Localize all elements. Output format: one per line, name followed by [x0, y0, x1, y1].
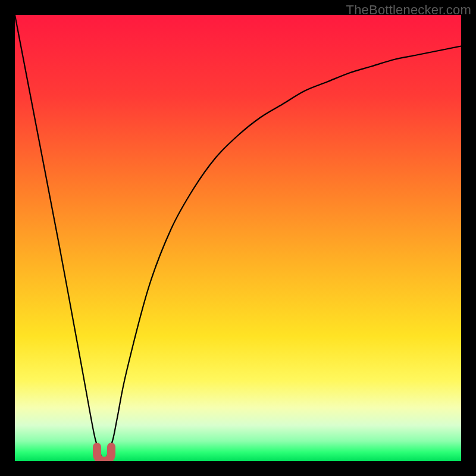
plot-area [15, 15, 461, 461]
optimal-marker [97, 447, 111, 461]
chart-frame: TheBottlenecker.com [0, 0, 476, 476]
bottleneck-curve [15, 15, 461, 461]
